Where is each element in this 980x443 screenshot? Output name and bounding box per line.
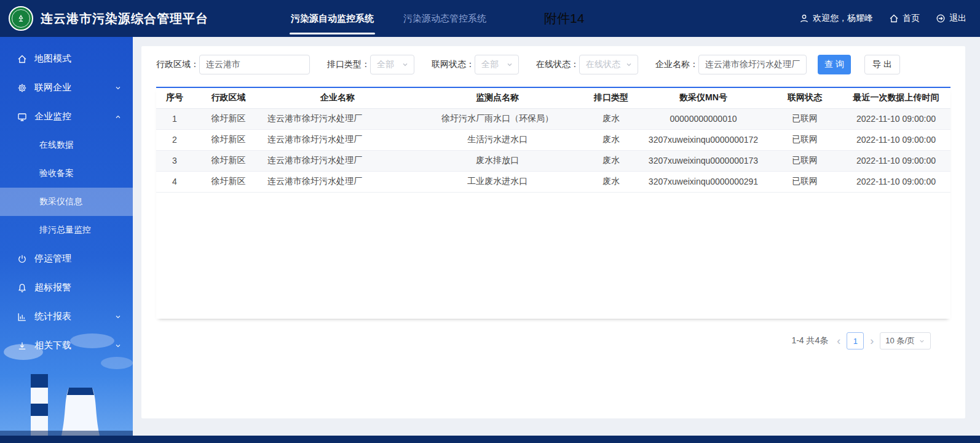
table-cell: 徐圩新区 [193,108,264,129]
logout-icon [936,14,946,23]
pagination-summary: 1-4 共4条 [791,335,828,346]
power-icon [17,254,27,264]
table-row: 1 徐圩新区 连云港市徐圩污水处理厂 徐圩污水厂雨水口（环保局） 废水 0000… [156,108,950,129]
filter-company-name: 企业名称： [655,55,807,74]
home-link-label: 首页 [903,13,920,24]
chevron-up-icon [114,113,122,121]
page-size-value: 10 条/页 [885,335,915,346]
table-cell: 1 [156,108,193,129]
brand: 连云港市污染源综合管理平台 [0,0,208,37]
table-cell: 3207xuweixinqu0000000173 [639,150,768,171]
user-icon [799,14,809,23]
company-name-input[interactable] [698,55,807,74]
sidebar-subitem-online-data[interactable]: 在线数据 [0,131,133,159]
table-row: 2 徐圩新区 连云港市徐圩污水处理厂 生活污水进水口 废水 3207xuweix… [156,129,950,150]
sidebar-item-label: 停运管理 [34,253,71,265]
logout-link-label: 退出 [949,13,966,24]
table-cell: 00000000000010 [639,108,768,129]
tab-dynamic-control-system[interactable]: 污染源动态管控系统 [389,0,501,37]
sidebar: 地图模式 联网企业 [0,37,133,436]
network-status-select[interactable]: 全部 [475,55,519,74]
page-title: 连云港市污染源综合管理平台 [41,10,208,27]
col-header-company: 企业名称 [264,88,411,108]
sidebar-item-label: 联网企业 [34,82,71,94]
sidebar-item-statistical-reports[interactable]: 统计报表 [0,302,133,331]
table-cell: 废水 [583,150,639,171]
sidebar-item-label: 超标报警 [34,282,71,293]
table-cell: 2022-11-10 09:00:00 [842,150,950,171]
logout-link[interactable]: 退出 [936,13,966,24]
outlet-type-label: 排口类型： [327,59,370,70]
sidebar-item-shutdown-management[interactable]: 停运管理 [0,244,133,273]
home-link[interactable]: 首页 [889,13,920,24]
table-header-row: 序号 行政区域 企业名称 监测点名称 排口类型 数采仪MN号 联网状态 最近一次… [156,88,950,108]
table-cell: 废水 [583,171,639,192]
app-root: 连云港市污染源综合管理平台 污染源自动监控系统 污染源动态管控系统 附件14 欢… [0,0,980,443]
table-cell: 徐圩污水厂雨水口（环保局） [411,108,583,129]
table-cell: 已联网 [768,108,842,129]
col-header-outlet-type: 排口类型 [583,88,639,108]
table-body: 1 徐圩新区 连云港市徐圩污水处理厂 徐圩污水厂雨水口（环保局） 废水 0000… [156,108,950,192]
table-cell: 2022-11-10 09:00:00 [842,129,950,150]
filter-online-status: 在线状态： 在线状态 [536,55,638,74]
pagination-next-button[interactable]: › [870,333,874,349]
outlet-type-value: 全部 [377,59,398,70]
filter-outlet-type: 排口类型： 全部 [327,55,414,74]
col-header-monitoring-point: 监测点名称 [411,88,583,108]
chevron-down-icon [919,338,925,345]
table-cell: 4 [156,171,193,192]
online-status-select[interactable]: 在线状态 [579,55,638,74]
region-label: 行政区域： [156,59,199,70]
sidebar-item-label: 企业监控 [34,111,71,122]
company-name-label: 企业名称： [655,59,698,70]
table-cell: 徐圩新区 [193,171,264,192]
table-cell: 连云港市徐圩污水处理厂 [264,171,411,192]
table-cell: 连云港市徐圩污水处理厂 [264,150,411,171]
col-header-last-upload-time: 最近一次数据上传时间 [842,88,950,108]
table-cell: 徐圩新区 [193,129,264,150]
sidebar-subitem-data-collector-info[interactable]: 数采仪信息 [0,188,133,216]
chevron-down-icon [114,342,122,349]
table-cell: 2 [156,129,193,150]
col-header-network-status: 联网状态 [768,88,842,108]
sidebar-subitem-acceptance-filing[interactable]: 验收备案 [0,159,133,188]
table-cell: 连云港市徐圩污水处理厂 [264,129,411,150]
sidebar-item-enterprise-monitoring[interactable]: 企业监控 [0,102,133,131]
page-size-select[interactable]: 10 条/页 [880,332,931,349]
table-cell: 3207xuweixinqu0000000172 [639,129,768,150]
main-content: 行政区域： 排口类型： 全部 联网状态： [133,37,980,436]
chevron-down-icon [401,61,409,68]
home-icon [889,14,899,23]
sidebar-subitem-label: 在线数据 [39,140,74,151]
filter-bar: 行政区域： 排口类型： 全部 联网状态： [141,46,965,74]
tab-label: 污染源动态管控系统 [403,13,486,25]
content-card: 行政区域： 排口类型： 全部 联网状态： [141,46,965,418]
filter-network-status: 联网状态： 全部 [432,55,519,74]
region-input[interactable] [199,55,310,74]
export-button[interactable]: 导 出 [864,55,900,74]
platform-logo-icon [9,6,33,31]
network-status-value: 全部 [481,59,502,70]
sidebar-subitem-label: 数采仪信息 [39,196,82,207]
chevron-down-icon [506,61,513,68]
chevron-down-icon [114,84,122,92]
sidebar-item-label: 相关下载 [34,340,71,351]
sidebar-item-exceedance-alarm[interactable]: 超标报警 [0,273,133,302]
sidebar-item-related-downloads[interactable]: 相关下载 [0,331,133,360]
pagination-page-1[interactable]: 1 [847,332,864,349]
data-table: 序号 行政区域 企业名称 监测点名称 排口类型 数采仪MN号 联网状态 最近一次… [156,88,950,193]
monitor-icon [17,112,27,122]
query-button[interactable]: 查 询 [818,55,851,74]
alarm-bell-icon [17,283,27,293]
network-status-label: 联网状态： [432,59,475,70]
chevron-down-icon [625,61,633,68]
map-mode-icon [17,54,27,64]
sidebar-item-map-mode[interactable]: 地图模式 [0,44,133,73]
sidebar-item-networked-enterprises[interactable]: 联网企业 [0,73,133,102]
pagination: 1-4 共4条 ‹ 1 › 10 条/页 [141,332,965,349]
pagination-prev-button[interactable]: ‹ [837,333,840,349]
outlet-type-select[interactable]: 全部 [370,55,414,74]
tab-auto-monitoring-system[interactable]: 污染源自动监控系统 [276,0,389,37]
sidebar-subitem-total-discharge-monitoring[interactable]: 排污总量监控 [0,216,133,244]
sidebar-item-label: 地图模式 [34,53,71,65]
